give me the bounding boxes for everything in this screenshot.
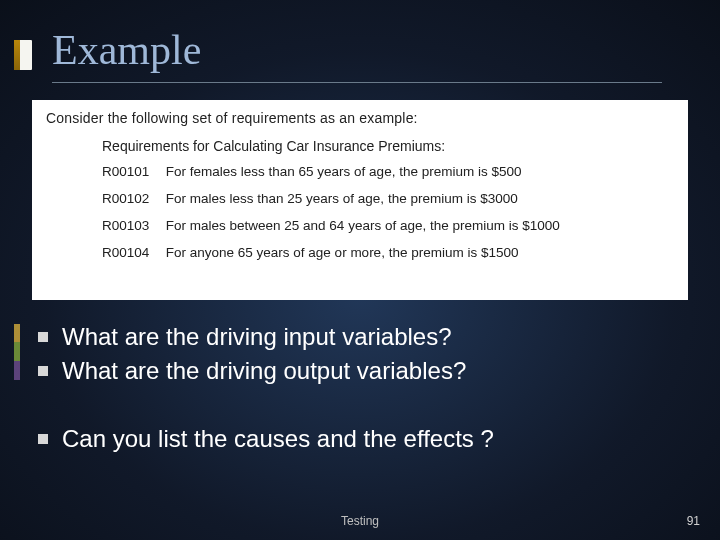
footer-label: Testing	[341, 514, 379, 528]
requirement-text: For anyone 65 years of age or more, the …	[166, 245, 519, 260]
bullet-marker-icon	[38, 332, 48, 342]
requirements-subhead: Requirements for Calculating Car Insuran…	[102, 138, 674, 154]
bullet-marker-icon	[38, 366, 48, 376]
accent-tab	[14, 40, 32, 70]
title-underline	[52, 82, 662, 83]
requirement-row: R00104 For anyone 65 years of age or mor…	[102, 245, 674, 262]
requirement-code: R00104	[102, 245, 162, 262]
requirement-code: R00101	[102, 164, 162, 181]
bullet-text: What are the driving output variables?	[62, 356, 466, 386]
requirement-row: R00101 For females less than 65 years of…	[102, 164, 674, 181]
bullet-item: Can you list the causes and the effects …	[24, 422, 656, 456]
requirement-code: R00102	[102, 191, 162, 208]
bullet-list: What are the driving input variables? Wh…	[16, 320, 656, 456]
bullet-item: What are the driving output variables?	[24, 354, 656, 388]
requirement-code: R00103	[102, 218, 162, 235]
bullet-text: What are the driving input variables?	[62, 322, 452, 352]
requirement-row: R00103 For males between 25 and 64 years…	[102, 218, 674, 235]
requirement-text: For males less than 25 years of age, the…	[166, 191, 518, 206]
bullet-item: What are the driving input variables?	[24, 320, 656, 354]
intro-text: Consider the following set of requiremen…	[46, 110, 674, 126]
requirement-text: For males between 25 and 64 years of age…	[166, 218, 560, 233]
page-number: 91	[687, 514, 700, 528]
slide-body: Example Consider the following set of re…	[0, 0, 720, 540]
slide-title: Example	[52, 26, 201, 74]
requirements-panel: Consider the following set of requiremen…	[32, 100, 688, 300]
bullet-marker-icon	[38, 434, 48, 444]
requirement-text: For females less than 65 years of age, t…	[166, 164, 522, 179]
bullet-text: Can you list the causes and the effects …	[62, 424, 494, 454]
requirement-row: R00102 For males less than 25 years of a…	[102, 191, 674, 208]
